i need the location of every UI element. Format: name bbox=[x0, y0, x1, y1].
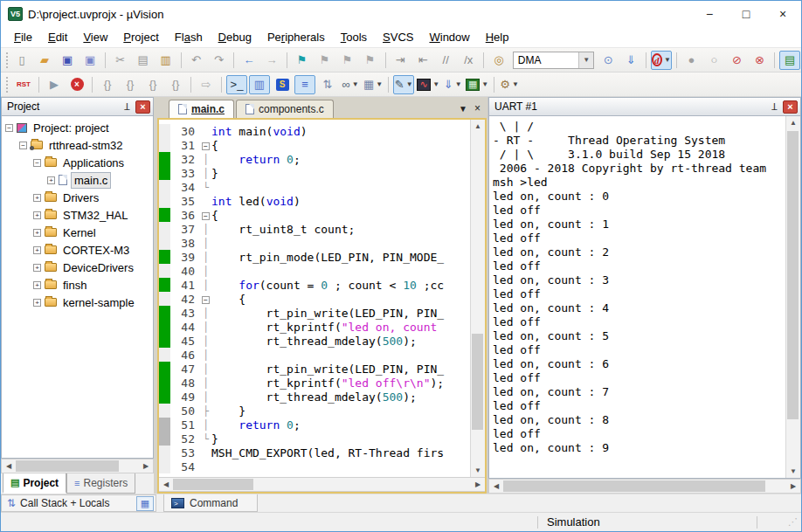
dropdown-icon[interactable]: ▼ bbox=[432, 80, 439, 88]
toolbox-button[interactable]: ⚙▼ bbox=[499, 75, 520, 94]
expand-icon[interactable]: + bbox=[33, 229, 41, 237]
outdent-button[interactable]: ⇤ bbox=[412, 51, 433, 70]
scroll-down-icon[interactable]: ▼ bbox=[471, 464, 485, 477]
watch-windows-button[interactable]: ∞▼ bbox=[340, 75, 361, 94]
fold-collapse-icon[interactable]: − bbox=[202, 142, 210, 150]
document-list-icon[interactable]: ▼ bbox=[459, 104, 467, 114]
expand-icon[interactable]: + bbox=[33, 194, 41, 202]
reset-cpu-button[interactable]: RST bbox=[13, 75, 34, 94]
undo-button[interactable]: ↶ bbox=[185, 51, 206, 70]
command-tab[interactable]: > Command bbox=[163, 494, 258, 512]
tab-project[interactable]: ▤ Project bbox=[3, 473, 66, 494]
show-next-statement-button[interactable]: ⇨ bbox=[196, 75, 217, 94]
find-in-files-button[interactable]: ◎ bbox=[488, 51, 509, 70]
fold-collapse-icon[interactable]: − bbox=[202, 212, 210, 220]
minimize-button[interactable]: − bbox=[691, 1, 728, 27]
menu-tools[interactable]: Tools bbox=[333, 27, 375, 47]
uart-horizontal-scrollbar[interactable]: ◀ ▶ bbox=[488, 479, 801, 494]
start-stop-debug-button[interactable]: d▼ bbox=[651, 51, 672, 70]
call-stack-bar[interactable]: ⇅ Call Stack + Locals ▦ bbox=[1, 494, 156, 512]
menu-help[interactable]: Help bbox=[478, 27, 517, 47]
navigate-back-button[interactable]: ← bbox=[239, 51, 259, 70]
fold-collapse-icon[interactable]: − bbox=[202, 296, 210, 304]
tree-item-kernel[interactable]: +Kernel bbox=[2, 224, 153, 241]
uart-panel-close-icon[interactable]: × bbox=[783, 100, 798, 114]
run-button[interactable]: ▶ bbox=[44, 75, 65, 94]
enable-breakpoint-button[interactable]: ○ bbox=[703, 51, 724, 70]
tree-item-cortex-m3[interactable]: +CORTEX-M3 bbox=[2, 241, 153, 259]
project-window-button[interactable]: ▤ bbox=[779, 51, 800, 70]
maximize-button[interactable]: □ bbox=[728, 1, 764, 27]
menu-file[interactable]: File bbox=[6, 27, 40, 47]
disable-all-breakpoints-button[interactable]: ⊘ bbox=[726, 51, 747, 70]
tree-item-drivers[interactable]: +Drivers bbox=[2, 189, 153, 206]
redo-button[interactable]: ↷ bbox=[208, 51, 229, 70]
step-out-button[interactable]: {} bbox=[142, 75, 163, 94]
scroll-left-icon[interactable]: ◀ bbox=[2, 459, 16, 473]
copy-button[interactable]: ▤ bbox=[133, 51, 154, 70]
cut-button[interactable]: ✂ bbox=[110, 51, 131, 70]
pin-icon[interactable]: Τ bbox=[767, 100, 781, 114]
memory-window-button[interactable]: ▦ bbox=[136, 496, 154, 511]
find-next-button[interactable]: ⊙ bbox=[598, 51, 619, 70]
editor-vertical-scrollbar[interactable]: ▲ ▼ bbox=[470, 120, 485, 477]
serial-windows-button[interactable]: ✎▼ bbox=[393, 75, 414, 94]
bookmark-prev-button[interactable]: ⚑ bbox=[337, 51, 358, 70]
navigate-forward-button[interactable]: → bbox=[261, 51, 282, 70]
fold-column[interactable]: − bbox=[200, 140, 211, 151]
call-stack-window-button[interactable]: ⇅ bbox=[317, 75, 338, 94]
scroll-up-icon[interactable]: ▲ bbox=[786, 116, 800, 129]
project-horizontal-scrollbar[interactable]: ◀ ▶ bbox=[1, 459, 154, 473]
resize-grip[interactable]: ⋰ bbox=[757, 516, 801, 528]
indent-button[interactable]: ⇥ bbox=[390, 51, 411, 70]
editor-horizontal-scrollbar[interactable]: ◀ ▶ bbox=[159, 477, 485, 492]
dropdown-icon[interactable]: ▼ bbox=[352, 80, 359, 88]
save-button[interactable]: ▣ bbox=[57, 51, 78, 70]
bookmark-clear-all-button[interactable]: ⚑ bbox=[360, 51, 381, 70]
close-button[interactable]: × bbox=[764, 1, 801, 27]
scroll-right-icon[interactable]: ▶ bbox=[471, 478, 485, 491]
dropdown-icon[interactable]: ▼ bbox=[406, 80, 413, 88]
expand-icon[interactable]: + bbox=[47, 176, 55, 184]
menu-window[interactable]: Window bbox=[421, 27, 477, 47]
menu-flash[interactable]: Flash bbox=[167, 27, 211, 47]
menu-project[interactable]: Project bbox=[115, 27, 166, 47]
dropdown-icon[interactable]: ▼ bbox=[455, 80, 462, 88]
tree-item-devicedrivers[interactable]: +DeviceDrivers bbox=[2, 259, 153, 276]
collapse-icon[interactable]: − bbox=[5, 124, 13, 132]
code-editor[interactable]: 30int main(void)31−{32│ return 0;33│}34└… bbox=[159, 120, 470, 477]
paste-button[interactable]: ▥ bbox=[156, 51, 176, 70]
trace-windows-button[interactable]: ⇓▼ bbox=[442, 75, 463, 94]
incremental-find-button[interactable]: ⇓ bbox=[620, 51, 641, 70]
scroll-down-icon[interactable]: ▼ bbox=[786, 465, 800, 478]
save-all-button[interactable]: ▣ bbox=[80, 51, 100, 70]
run-to-cursor-button[interactable]: {} bbox=[165, 75, 186, 94]
bookmark-toggle-button[interactable]: ⚑ bbox=[292, 51, 313, 70]
menu-view[interactable]: View bbox=[75, 27, 115, 47]
tree-item-finsh[interactable]: +finsh bbox=[2, 276, 153, 294]
menu-edit[interactable]: Edit bbox=[40, 27, 75, 47]
fold-column[interactable]: − bbox=[200, 294, 211, 305]
expand-icon[interactable]: + bbox=[33, 264, 41, 272]
open-folder-button[interactable]: ▰ bbox=[34, 51, 55, 70]
analysis-windows-button[interactable]: ∿▼ bbox=[416, 75, 440, 94]
system-viewer-windows-button[interactable]: ▦▼ bbox=[465, 75, 489, 94]
toolbar-grip[interactable] bbox=[5, 52, 8, 69]
dropdown-icon[interactable]: ▼ bbox=[376, 80, 383, 88]
combo-dropdown-icon[interactable]: ▼ bbox=[578, 52, 593, 68]
dropdown-icon[interactable]: ▼ bbox=[481, 80, 488, 88]
bookmark-next-button[interactable]: ⚑ bbox=[315, 51, 335, 70]
comment-button[interactable]: // bbox=[435, 51, 456, 70]
tree-item-applications[interactable]: −Applications bbox=[2, 154, 153, 171]
expand-icon[interactable]: + bbox=[33, 246, 41, 254]
menu-debug[interactable]: Debug bbox=[211, 27, 259, 47]
find-combo-box[interactable]: DMA▼ bbox=[513, 52, 594, 69]
tree-item-project-project[interactable]: −Project: project bbox=[2, 119, 153, 136]
insert-breakpoint-button[interactable]: ● bbox=[681, 51, 702, 70]
toolbar-grip[interactable] bbox=[5, 76, 10, 93]
new-file-button[interactable]: ▯ bbox=[11, 51, 32, 70]
expand-icon[interactable]: + bbox=[33, 281, 41, 289]
project-panel-close-icon[interactable]: × bbox=[135, 100, 150, 114]
tree-item-main-c[interactable]: +main.c bbox=[2, 171, 153, 189]
scroll-left-icon[interactable]: ◀ bbox=[489, 480, 503, 493]
